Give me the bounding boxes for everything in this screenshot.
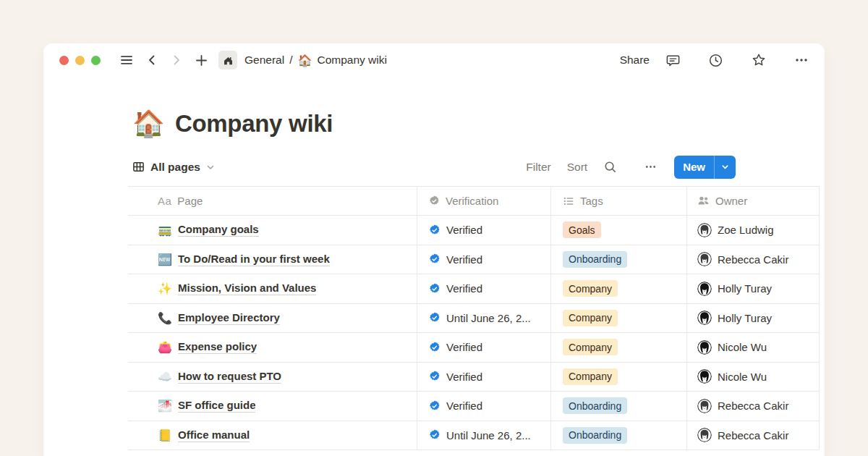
page-icon-emoji: ☁️ <box>158 370 172 384</box>
table-row: 👛 Expense policy Verified Company Nicole… <box>128 333 820 363</box>
people-icon <box>697 195 710 207</box>
tags-cell[interactable]: Company <box>551 333 687 362</box>
verification-cell[interactable]: Verified <box>417 274 551 303</box>
verified-badge-icon <box>429 312 441 324</box>
tag-pill: Company <box>563 339 618 355</box>
owner-cell[interactable]: Nicole Wu <box>687 333 820 362</box>
tag-pill: Onboarding <box>563 251 627 268</box>
bulleted-list-icon <box>563 195 574 207</box>
verified-badge-icon <box>429 253 441 265</box>
avatar <box>697 399 712 413</box>
database-toolbar: All pages Filter Sort New <box>128 155 736 179</box>
favorite-star-icon[interactable] <box>751 52 767 68</box>
page-cell[interactable]: 📞 Employee Directory <box>128 304 417 333</box>
owner-name: Rebecca Cakir <box>718 400 788 412</box>
tags-cell[interactable]: Onboarding <box>551 392 687 421</box>
back-icon[interactable] <box>145 54 158 67</box>
page-icon-emoji: ✨ <box>158 282 172 295</box>
owner-name: Zoe Ludwig <box>718 224 774 236</box>
page-content: 🏠 Company wiki All pages Filter Sort <box>43 77 825 450</box>
column-header-owner[interactable]: Owner <box>687 187 820 215</box>
page-cell[interactable]: 🆕 To Do/Read in your first week <box>128 245 417 274</box>
filter-button[interactable]: Filter <box>526 161 550 174</box>
page-emoji[interactable]: 🏠 <box>132 111 165 137</box>
tags-cell[interactable]: Company <box>551 274 687 303</box>
view-options-ellipsis-icon[interactable] <box>644 161 657 173</box>
sort-button[interactable]: Sort <box>567 161 587 174</box>
verification-cell[interactable]: Until June 26, 2... <box>417 421 551 450</box>
page-icon-emoji: 📞 <box>158 311 172 325</box>
search-icon[interactable] <box>603 160 617 174</box>
column-header-verification[interactable]: Verification <box>417 187 551 215</box>
page-title[interactable]: Company wiki <box>175 110 333 138</box>
minimize-window-button[interactable] <box>75 56 85 65</box>
page-cell[interactable]: 👛 Expense policy <box>128 333 417 362</box>
verification-cell[interactable]: Verified <box>417 245 551 274</box>
view-switcher-all-pages[interactable]: All pages <box>132 161 215 174</box>
verification-cell[interactable]: Verified <box>417 333 551 362</box>
sidebar-menu-icon[interactable] <box>119 53 134 67</box>
app-window: General / 🏠 Company wiki Share 🏠 Compa <box>43 43 825 456</box>
owner-cell[interactable]: Holly Turay <box>687 304 820 333</box>
verification-cell[interactable]: Verified <box>417 392 551 421</box>
tags-cell[interactable]: Onboarding <box>551 245 687 274</box>
page-link[interactable]: Company goals <box>178 223 259 237</box>
page-icon-emoji: 👛 <box>158 340 172 354</box>
verification-label: Verified <box>446 282 482 295</box>
page-cell[interactable]: 🌁 SF office guide <box>128 392 417 421</box>
tag-pill: Onboarding <box>563 427 627 444</box>
zoom-window-button[interactable] <box>91 56 101 65</box>
verification-cell[interactable]: Verified <box>417 216 551 245</box>
page-link[interactable]: Expense policy <box>178 340 257 354</box>
owner-name: Nicole Wu <box>718 341 767 353</box>
home-breadcrumb-icon[interactable] <box>218 51 237 69</box>
owner-cell[interactable]: Rebecca Cakir <box>687 392 820 421</box>
updates-clock-icon[interactable] <box>708 53 723 68</box>
table-body: 🚃 Company goals Verified Goals Zoe Ludwi… <box>128 216 820 450</box>
owner-name: Rebecca Cakir <box>718 429 788 442</box>
owner-cell[interactable]: Rebecca Cakir <box>687 421 820 450</box>
new-button[interactable]: New <box>674 156 714 179</box>
owner-cell[interactable]: Rebecca Cakir <box>687 245 820 274</box>
share-button[interactable]: Share <box>620 54 650 67</box>
verification-label: Verified <box>446 400 482 412</box>
page-link[interactable]: SF office guide <box>178 399 256 413</box>
comments-icon[interactable] <box>665 53 681 68</box>
page-cell[interactable]: 📒 Office manual <box>128 421 417 450</box>
tag-pill: Company <box>563 280 618 297</box>
breadcrumb-workspace[interactable]: General <box>244 54 284 67</box>
more-ellipsis-icon[interactable] <box>794 53 809 67</box>
page-link[interactable]: To Do/Read in your first week <box>178 253 330 266</box>
table-view-icon <box>132 161 145 173</box>
owner-cell[interactable]: Zoe Ludwig <box>687 216 820 245</box>
table-row: 📒 Office manual Until June 26, 2... Onbo… <box>128 421 820 451</box>
verification-cell[interactable]: Verified <box>417 363 551 392</box>
page-cell[interactable]: ☁️ How to request PTO <box>128 363 417 392</box>
close-window-button[interactable] <box>59 56 69 65</box>
forward-icon[interactable] <box>170 54 183 67</box>
tags-cell[interactable]: Company <box>551 304 687 333</box>
page-link[interactable]: Office manual <box>178 428 250 442</box>
breadcrumb: General / 🏠 Company wiki <box>244 54 387 67</box>
page-cell[interactable]: ✨ Mission, Vision and Values <box>128 274 417 303</box>
tags-cell[interactable]: Goals <box>551 216 687 245</box>
avatar <box>697 282 712 296</box>
page-link[interactable]: How to request PTO <box>178 370 281 384</box>
column-header-tags[interactable]: Tags <box>551 187 687 215</box>
breadcrumb-page[interactable]: Company wiki <box>317 54 386 67</box>
new-button-chevron-icon[interactable] <box>715 156 736 179</box>
page-link[interactable]: Mission, Vision and Values <box>178 282 316 295</box>
owner-cell[interactable]: Holly Turay <box>687 274 820 303</box>
column-header-page[interactable]: Aa Page <box>128 187 417 215</box>
chevron-down-icon <box>206 163 215 172</box>
owner-cell[interactable]: Nicole Wu <box>687 363 820 392</box>
tags-cell[interactable]: Company <box>551 363 687 392</box>
page-link[interactable]: Employee Directory <box>178 311 280 325</box>
avatar <box>697 369 712 384</box>
tags-cell[interactable]: Onboarding <box>551 421 687 450</box>
tag-pill: Company <box>563 368 618 385</box>
page-cell[interactable]: 🚃 Company goals <box>128 216 417 245</box>
new-page-plus-icon[interactable] <box>195 54 208 67</box>
verification-cell[interactable]: Until June 26, 2... <box>417 304 551 333</box>
text-style-aa-icon: Aa <box>158 195 171 207</box>
